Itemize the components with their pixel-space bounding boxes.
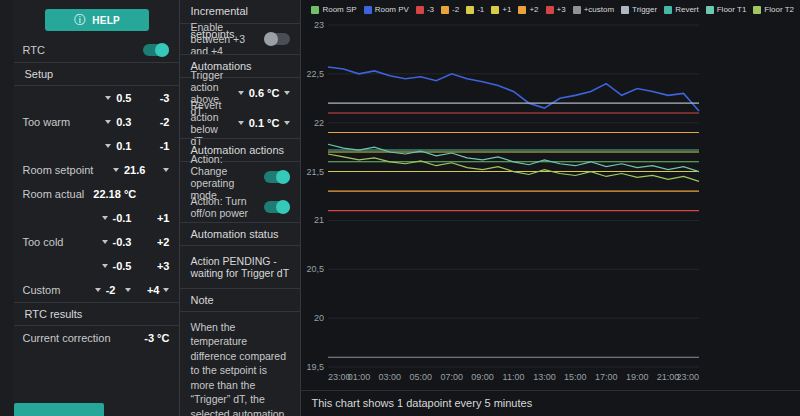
legend-item[interactable]: +1 [491, 5, 511, 14]
legend-item[interactable]: Floor T2 [753, 5, 794, 14]
value-dropdown[interactable]: 0.3 [79, 116, 131, 128]
chevron-down-icon [113, 168, 119, 172]
chevron-down-icon [284, 91, 290, 95]
offset-label: -3 [131, 92, 169, 104]
current-correction-row: Current correction -3 °C [14, 326, 179, 350]
value-dropdown[interactable]: 0.5 [79, 92, 131, 104]
trigger-dt-value: 0.6 °C [249, 87, 280, 99]
revert-dt-value: 0.1 °C [249, 117, 280, 129]
value-dropdown[interactable]: -0.1 [79, 212, 131, 224]
bottom-left-button[interactable] [14, 403, 104, 416]
legend-swatch [466, 6, 474, 14]
svg-text:05:00: 05:00 [410, 372, 433, 382]
rtc-dashboard: ⓘ HELP RTC Setup 0.5 -3 Too warm 0.3 -2 … [0, 0, 800, 416]
current-correction-label: Current correction [22, 332, 144, 344]
revert-dt-row: Revert action below dT 0.1 °C [180, 108, 300, 138]
legend-item[interactable]: +custom [573, 5, 614, 14]
room-actual-row: Room actual 22.18 °C [14, 182, 179, 206]
automation-status-header: Automation status [180, 222, 300, 246]
value: -0.1 [113, 212, 132, 224]
svg-text:13:00: 13:00 [534, 372, 557, 382]
legend-item[interactable]: -3 [416, 5, 434, 14]
room-setpoint-row: Room setpoint 21.6 [14, 158, 179, 182]
chevron-down-icon [105, 120, 111, 124]
action-power-row: Action: Turn off/on power [180, 192, 300, 222]
value: -2 [106, 284, 116, 296]
legend-swatch [491, 6, 499, 14]
rtc-results-header: RTC results [14, 302, 179, 326]
offset-label: +1 [131, 212, 169, 224]
legend-swatch [546, 6, 554, 14]
left-gutter [0, 0, 14, 416]
chevron-down-icon [102, 264, 108, 268]
legend-item[interactable]: Room PV [364, 5, 409, 14]
value: -0.5 [113, 260, 132, 272]
row-label: Too cold [22, 236, 79, 248]
value-dropdown[interactable]: -0.3 [79, 236, 131, 248]
svg-text:17:00: 17:00 [595, 372, 618, 382]
offset-label: +2 [131, 236, 169, 248]
chevron-down-icon [284, 121, 290, 125]
setup-row-plus3: -0.5 +3 [14, 254, 179, 278]
rtc-label: RTC [22, 44, 143, 56]
setup-row-plus2: Too cold -0.3 +2 [14, 230, 179, 254]
setpoint-dropdown[interactable]: 21.6 [93, 164, 145, 176]
automation-panel: Incremental setpoints Enable between +3 … [180, 0, 301, 416]
offset-label: +3 [131, 260, 169, 272]
legend-label: -2 [452, 5, 459, 14]
chevron-down-icon [238, 121, 244, 125]
value: 0.1 [116, 140, 131, 152]
legend-label: -1 [477, 5, 484, 14]
revert-dt-dropdown[interactable]: 0.1 °C [238, 117, 291, 129]
enable-increment-toggle[interactable] [264, 33, 290, 45]
value-dropdown[interactable]: -0.5 [79, 260, 131, 272]
chart-legend: Room SP Room PV -3 -2 -1 +1 +2 +3 +custo… [301, 0, 800, 17]
legend-swatch [518, 6, 526, 14]
legend-item[interactable]: -1 [466, 5, 484, 14]
legend-label: Room SP [322, 5, 356, 14]
setpoint-unit-dropdown[interactable] [145, 168, 169, 172]
svg-text:21,5: 21,5 [307, 167, 325, 177]
legend-swatch [621, 6, 629, 14]
legend-item[interactable]: -2 [441, 5, 459, 14]
value: 0.3 [116, 116, 131, 128]
legend-swatch [364, 6, 372, 14]
legend-swatch [573, 6, 581, 14]
legend-label: +custom [584, 5, 614, 14]
custom-row: Custom -2 +4 [14, 278, 179, 302]
legend-item[interactable]: Room SP [311, 5, 356, 14]
row-label: Room actual [22, 188, 84, 200]
chevron-down-icon [102, 216, 108, 220]
legend-swatch [311, 6, 319, 14]
setup-row-minus2: Too warm 0.3 -2 [14, 110, 179, 134]
note-header: Note [180, 288, 300, 312]
legend-item[interactable]: +2 [518, 5, 538, 14]
enable-increment-row: Enable between +3 and +4 [180, 24, 300, 54]
custom-offset-dropdown[interactable]: +4 [131, 284, 169, 296]
legend-label: Revert [675, 5, 699, 14]
custom-value-dropdown[interactable]: -2 [63, 284, 115, 296]
legend-swatch [416, 6, 424, 14]
help-button[interactable]: ⓘ HELP [45, 9, 149, 31]
chart-body: 2322,52221,52120,52019,523:0001:0003:000… [301, 17, 800, 390]
enable-increment-label: Enable between +3 and +4 [190, 21, 259, 57]
action-power-toggle[interactable] [264, 201, 290, 213]
value: 0.5 [116, 92, 131, 104]
chart-svg[interactable]: 2322,52221,52120,52019,523:0001:0003:000… [301, 17, 709, 385]
chevron-down-icon [163, 288, 169, 292]
value-dropdown[interactable]: 0.1 [79, 140, 131, 152]
legend-item[interactable]: Revert [664, 5, 699, 14]
legend-swatch [664, 6, 672, 14]
value: -0.3 [113, 236, 132, 248]
rtc-toggle[interactable] [143, 44, 169, 56]
legend-label: Floor T2 [764, 5, 794, 14]
svg-text:15:00: 15:00 [564, 372, 587, 382]
legend-item[interactable]: +3 [546, 5, 566, 14]
legend-swatch [706, 6, 714, 14]
legend-item[interactable]: Trigger [621, 5, 657, 14]
legend-label: Trigger [632, 5, 657, 14]
trigger-dt-dropdown[interactable]: 0.6 °C [238, 87, 291, 99]
action-change-mode-toggle[interactable] [264, 171, 290, 183]
legend-item[interactable]: Floor T1 [706, 5, 747, 14]
row-label: Custom [22, 284, 63, 296]
